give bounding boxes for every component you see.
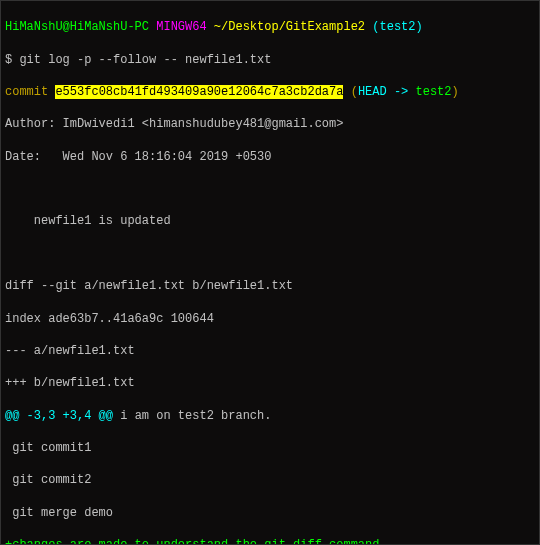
head-branch: test2 — [415, 85, 451, 99]
working-dir: ~/Desktop/GitExample2 — [207, 20, 365, 34]
branch-indicator: (test2) — [365, 20, 423, 34]
diff-context: git commit1 — [5, 440, 535, 456]
terminal-output: HiMaNshU@HiMaNshU-PC MINGW64 ~/Desktop/G… — [1, 1, 539, 545]
author-line: Author: ImDwivedi1 <himanshudubey481@gma… — [5, 116, 535, 132]
shell-name: MINGW64 — [149, 20, 207, 34]
head-close: ) — [452, 85, 459, 99]
command-line[interactable]: $ git log -p --follow -- newfile1.txt — [5, 52, 535, 68]
hunk-context: i am on test2 branch. — [113, 409, 271, 423]
user-host: HiMaNshU@HiMaNshU-PC — [5, 20, 149, 34]
diff-minus-file: --- a/newfile1.txt — [5, 343, 535, 359]
command-text: git log -p --follow -- newfile1.txt — [19, 53, 271, 67]
date-line: Date: Wed Nov 6 18:16:04 2019 +0530 — [5, 149, 535, 165]
prompt-dollar: $ — [5, 53, 19, 67]
prompt-line: HiMaNshU@HiMaNshU-PC MINGW64 ~/Desktop/G… — [5, 19, 535, 35]
diff-context: git merge demo — [5, 505, 535, 521]
diff-added: +changes are made to understand the git … — [5, 537, 535, 545]
diff-plus-file: +++ b/newfile1.txt — [5, 375, 535, 391]
diff-context: git commit2 — [5, 472, 535, 488]
diff-index: index ade63b7..41a6a9c 100644 — [5, 311, 535, 327]
diff-header: diff --git a/newfile1.txt b/newfile1.txt — [5, 278, 535, 294]
head-open: ( — [343, 85, 357, 99]
commit-label: commit — [5, 85, 55, 99]
commit-line: commit e553fc08cb41fd493409a90e12064c7a3… — [5, 84, 535, 100]
commit-hash: e553fc08cb41fd493409a90e12064c7a3cb2da7a — [55, 85, 343, 99]
diff-hunk: @@ -3,3 +3,4 @@ i am on test2 branch. — [5, 408, 535, 424]
hunk-range: @@ -3,3 +3,4 @@ — [5, 409, 113, 423]
head-label: HEAD -> — [358, 85, 416, 99]
commit-message: newfile1 is updated — [5, 213, 535, 229]
